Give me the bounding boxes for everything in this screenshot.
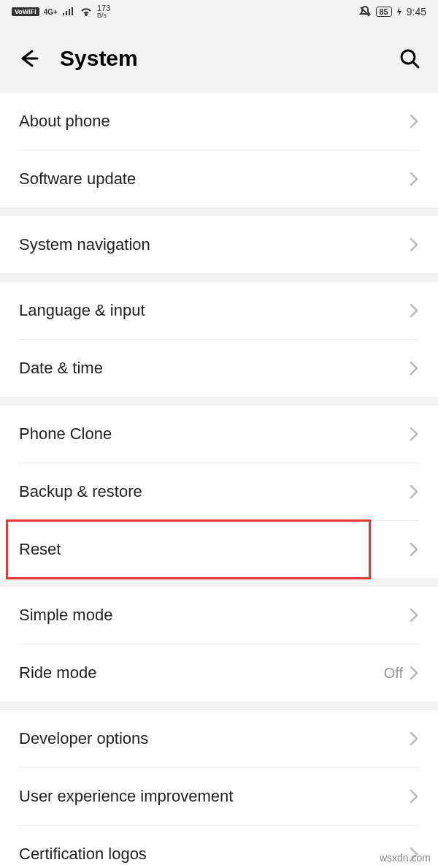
chevron-right-icon <box>409 731 419 747</box>
chevron-right-icon <box>409 607 419 623</box>
search-icon <box>399 47 420 69</box>
chevron-right-icon <box>409 237 419 253</box>
chevron-right-icon <box>409 302 419 319</box>
settings-row-ride-mode[interactable]: Ride modeOff <box>0 644 438 701</box>
chevron-right-icon <box>409 788 419 804</box>
settings-row-language-input[interactable]: Language & input <box>0 282 438 339</box>
settings-section: Phone CloneBackup & restoreReset <box>0 406 438 578</box>
chevron-right-icon <box>409 171 419 187</box>
settings-row-system-navigation[interactable]: System navigation <box>0 216 438 273</box>
settings-section: Language & inputDate & time <box>0 282 438 397</box>
search-button[interactable] <box>399 47 420 69</box>
chevron-right-icon <box>409 113 419 129</box>
settings-section: System navigation <box>0 216 438 273</box>
row-label: Simple mode <box>19 606 409 625</box>
watermark: wsxdn.com <box>380 852 431 864</box>
settings-row-certification-logos[interactable]: Certification logos <box>0 826 438 868</box>
settings-row-developer-options[interactable]: Developer options <box>0 710 438 767</box>
back-arrow-icon <box>18 47 39 69</box>
settings-section: Developer optionsUser experience improve… <box>0 710 438 868</box>
row-value: Off <box>384 665 403 682</box>
row-label: Certification logos <box>19 845 409 864</box>
chevron-right-icon <box>409 426 419 442</box>
chevron-right-icon <box>409 541 419 557</box>
row-label: Ride mode <box>19 663 384 682</box>
back-button[interactable] <box>18 47 39 69</box>
charging-icon <box>396 7 402 17</box>
battery-indicator: 85 <box>376 7 392 17</box>
row-label: Developer options <box>19 729 409 748</box>
row-label: User experience improvement <box>19 787 409 806</box>
network-indicator: 4G+ <box>44 8 58 16</box>
page-title: System <box>60 46 378 71</box>
settings-row-simple-mode[interactable]: Simple mode <box>0 587 438 644</box>
clock: 9:45 <box>407 6 426 18</box>
row-label: Backup & restore <box>19 482 409 501</box>
row-label: Reset <box>19 540 409 559</box>
row-label: System navigation <box>19 235 409 254</box>
status-bar: VoWiFi 4G+ 173 B/s 85 9:45 <box>0 0 438 23</box>
vowifi-badge: VoWiFi <box>12 7 39 16</box>
speed-indicator: 173 B/s <box>97 4 110 19</box>
row-label: About phone <box>19 112 409 131</box>
row-label: Phone Clone <box>19 425 409 443</box>
settings-section: About phoneSoftware update <box>0 93 438 208</box>
settings-row-date-time[interactable]: Date & time <box>0 340 438 397</box>
row-label: Software update <box>19 170 409 189</box>
status-right: 85 9:45 <box>358 5 427 18</box>
settings-row-backup-restore[interactable]: Backup & restore <box>0 463 438 520</box>
settings-row-about-phone[interactable]: About phone <box>0 93 438 150</box>
chevron-right-icon <box>409 665 419 681</box>
chevron-right-icon <box>409 360 419 376</box>
settings-row-software-update[interactable]: Software update <box>0 151 438 208</box>
settings-row-reset[interactable]: Reset <box>0 521 438 578</box>
row-label: Language & input <box>19 301 409 320</box>
settings-section: Simple modeRide modeOff <box>0 587 438 701</box>
settings-row-phone-clone[interactable]: Phone Clone <box>0 406 438 462</box>
chevron-right-icon <box>409 484 419 500</box>
mute-icon <box>358 5 372 18</box>
status-left: VoWiFi 4G+ 173 B/s <box>12 4 110 19</box>
row-label: Date & time <box>19 359 409 378</box>
settings-row-user-experience-improvement[interactable]: User experience improvement <box>0 768 438 825</box>
header: System <box>0 23 438 93</box>
wifi-icon <box>80 7 93 17</box>
signal-icon <box>62 7 75 17</box>
